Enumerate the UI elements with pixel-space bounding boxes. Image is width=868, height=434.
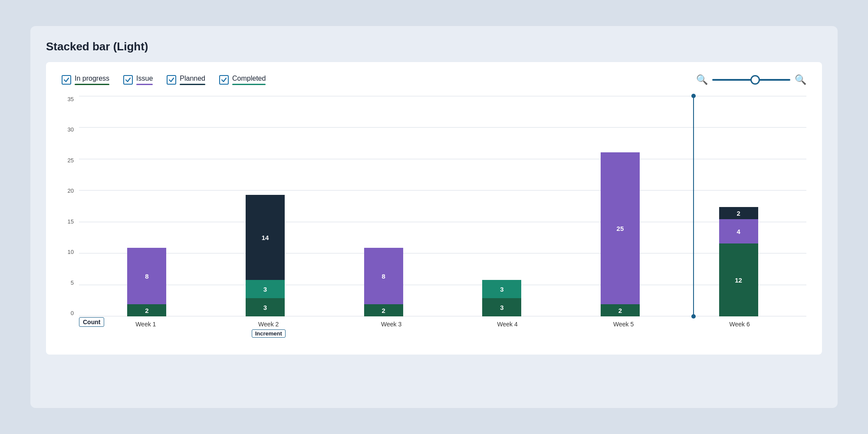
zoom-slider-thumb[interactable] bbox=[750, 75, 760, 85]
bar-segment: 3 bbox=[246, 298, 285, 316]
legend-items: In progress Issue bbox=[62, 75, 696, 85]
legend-underline-in-progress bbox=[75, 84, 109, 85]
legend-item-in-progress[interactable]: In progress bbox=[62, 75, 109, 85]
legend-underline-completed bbox=[232, 84, 266, 85]
legend-label-in-progress: In progress bbox=[75, 75, 109, 82]
outer-card: Stacked bar (Light) In progress bbox=[30, 26, 838, 408]
legend-label-completed: Completed bbox=[232, 75, 266, 82]
x-label-group-week6: Week 6 bbox=[730, 321, 750, 328]
bar-segment: 25 bbox=[601, 152, 640, 304]
x-labels-row: Week 1 Week 2 Increment Week 3 Week 4 We… bbox=[79, 316, 806, 339]
zoom-control: 🔍 🔍 bbox=[696, 74, 806, 85]
bar-segment: 3 bbox=[482, 280, 521, 298]
bar-stack-week2: 3 3 14 bbox=[246, 195, 285, 316]
y-axis-count-label: Count bbox=[79, 317, 104, 327]
x-label-week3: Week 3 bbox=[381, 321, 401, 328]
x-label-group-week1: Week 1 bbox=[135, 321, 156, 328]
y-label-15: 15 bbox=[68, 218, 74, 225]
bar-segment: 2 bbox=[601, 304, 640, 316]
bar-segment: 3 bbox=[482, 298, 521, 316]
bar-segment: 2 bbox=[364, 304, 403, 316]
bar-segment: 12 bbox=[719, 243, 758, 316]
y-label-30: 30 bbox=[68, 126, 74, 133]
y-label-5: 5 bbox=[71, 279, 74, 286]
y-label-35: 35 bbox=[68, 96, 74, 102]
chart-card: In progress Issue bbox=[46, 62, 822, 355]
legend-underline-planned bbox=[180, 84, 205, 85]
x-label-group-week2: Week 2 Increment bbox=[252, 321, 286, 338]
zoom-in-icon[interactable]: 🔍 bbox=[795, 74, 806, 85]
x-label-group-week4: Week 4 bbox=[497, 321, 518, 328]
x-label-week6: Week 6 bbox=[730, 321, 750, 328]
bar-segment: 2 bbox=[719, 207, 758, 219]
bar-stack-week6: 12 4 2 bbox=[719, 207, 758, 316]
x-label-week1: Week 1 bbox=[135, 321, 156, 328]
x-label-group-week3: Week 3 bbox=[381, 321, 401, 328]
x-label-week4: Week 4 bbox=[497, 321, 518, 328]
chart-area: 35 30 25 20 15 10 5 0 bbox=[62, 96, 806, 339]
legend-label-planned: Planned bbox=[180, 75, 205, 82]
legend-checkbox-completed bbox=[219, 75, 229, 85]
legend-checkbox-issue bbox=[123, 75, 133, 85]
bar-group-week4: 3 3 bbox=[482, 280, 521, 316]
chart-body: 2 8 3 3 14 bbox=[79, 96, 806, 339]
zoom-out-icon[interactable]: 🔍 bbox=[696, 74, 708, 85]
bars-row: 2 8 3 3 14 bbox=[79, 96, 806, 316]
bar-segment: 3 bbox=[246, 280, 285, 298]
bar-stack-week1: 2 8 bbox=[127, 248, 166, 316]
y-axis-labels: 35 30 25 20 15 10 5 0 bbox=[62, 96, 79, 339]
legend-item-completed[interactable]: Completed bbox=[219, 75, 266, 85]
bar-stack-week4: 3 3 bbox=[482, 280, 521, 316]
legend-item-issue[interactable]: Issue bbox=[123, 75, 153, 85]
bar-group-week2: 3 3 14 bbox=[246, 195, 285, 316]
zoom-slider-track[interactable] bbox=[712, 79, 790, 81]
bar-group-week5: 2 25 bbox=[601, 152, 640, 316]
legend-row: In progress Issue bbox=[62, 74, 806, 85]
y-label-25: 25 bbox=[68, 157, 74, 164]
bar-group-week1: 2 8 bbox=[127, 248, 166, 316]
bar-segment: 8 bbox=[364, 248, 403, 304]
bar-segment: 4 bbox=[719, 219, 758, 243]
bar-segment: 2 bbox=[127, 304, 166, 316]
x-label-week2: Week 2 bbox=[258, 321, 279, 328]
x-label-week5: Week 5 bbox=[613, 321, 634, 328]
legend-checkbox-in-progress bbox=[62, 75, 71, 85]
x-label-group-week5: Week 5 bbox=[613, 321, 634, 328]
x-sub-label-increment: Increment bbox=[252, 329, 286, 338]
bar-stack-week5: 2 25 bbox=[601, 152, 640, 316]
y-label-0: 0 bbox=[71, 310, 74, 316]
bar-group-week6: 12 4 2 bbox=[719, 207, 758, 316]
y-label-10: 10 bbox=[68, 249, 74, 255]
legend-underline-issue bbox=[136, 84, 153, 85]
legend-label-issue: Issue bbox=[136, 75, 153, 82]
legend-checkbox-planned bbox=[167, 75, 176, 85]
bar-segment: 8 bbox=[127, 248, 166, 304]
legend-item-planned[interactable]: Planned bbox=[167, 75, 205, 85]
bar-stack-week3: 2 8 bbox=[364, 248, 403, 316]
bar-group-week3: 2 8 bbox=[364, 248, 403, 316]
y-label-20: 20 bbox=[68, 187, 74, 194]
bar-segment: 14 bbox=[246, 195, 285, 280]
page-title: Stacked bar (Light) bbox=[46, 40, 822, 53]
